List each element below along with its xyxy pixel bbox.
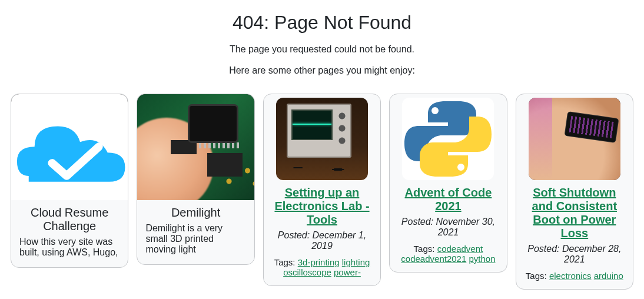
cloud-check-icon — [11, 94, 128, 200]
tag-link[interactable]: python — [469, 254, 495, 264]
card-tags: Tags: electronics arduino — [522, 271, 627, 281]
tags-label: Tags: — [274, 257, 298, 267]
card-electronics-lab[interactable]: Setting up an Electronics Lab - Tools Po… — [263, 94, 381, 286]
card-title: Demilight — [144, 206, 247, 220]
card-thumbnail — [529, 98, 620, 180]
tag-link[interactable]: codeadvent — [437, 244, 483, 254]
card-description: How this very site was built, using AWS,… — [19, 237, 119, 258]
card-description: Demilight is a very small 3D printed mov… — [145, 223, 245, 255]
card-posted-date: Posted: November 30, 2021 — [396, 217, 500, 238]
card-soft-shutdown[interactable]: Soft Shutdown and Consistent Boot on Pow… — [516, 94, 633, 290]
tag-link[interactable]: arduino — [594, 271, 623, 281]
card-cloud-resume[interactable]: Cloud Resume Challenge How this very sit… — [11, 94, 128, 268]
python-logo-icon — [402, 98, 494, 180]
card-thumbnail — [402, 98, 494, 180]
svg-point-0 — [431, 107, 439, 114]
tag-link[interactable]: codeadvent2021 — [401, 254, 466, 264]
tag-link[interactable]: oscilloscope — [283, 267, 331, 277]
tag-link[interactable]: lighting — [342, 257, 370, 267]
card-thumbnail — [276, 98, 368, 180]
card-advent-of-code[interactable]: Advent of Code 2021 Posted: November 30,… — [389, 94, 507, 273]
card-demilight[interactable]: Demilight Demilight is a very small 3D p… — [137, 94, 254, 265]
tags-label: Tags: — [526, 271, 549, 281]
tag-link[interactable]: power- — [334, 267, 361, 277]
card-posted-date: Posted: December 1, 2019 — [270, 230, 374, 251]
tag-link[interactable]: 3d-printing — [298, 257, 340, 267]
suggestion-hint: Here are some other pages you might enjo… — [0, 65, 644, 76]
tag-link[interactable]: electronics — [549, 271, 592, 281]
card-tags: Tags: 3d-printing lighting oscilloscope … — [270, 257, 374, 277]
card-title-link[interactable]: Advent of Code 2021 — [405, 186, 492, 212]
card-thumbnail — [137, 94, 254, 200]
svg-point-1 — [457, 164, 464, 171]
not-found-subtitle: The page you requested could not be foun… — [0, 44, 644, 55]
tags-label: Tags: — [414, 244, 437, 254]
card-posted-date: Posted: December 28, 2021 — [522, 244, 627, 265]
card-tags: Tags: codeadvent codeadvent2021 python — [396, 244, 500, 264]
card-title-link[interactable]: Soft Shutdown and Consistent Boot on Pow… — [532, 186, 617, 240]
card-title-link[interactable]: Setting up an Electronics Lab - Tools — [274, 186, 369, 226]
page-title: 404: Page Not Found — [0, 12, 644, 34]
card-thumbnail — [11, 94, 128, 200]
card-title: Cloud Resume Challenge — [18, 206, 121, 233]
card-row: Cloud Resume Challenge How this very sit… — [0, 94, 644, 290]
